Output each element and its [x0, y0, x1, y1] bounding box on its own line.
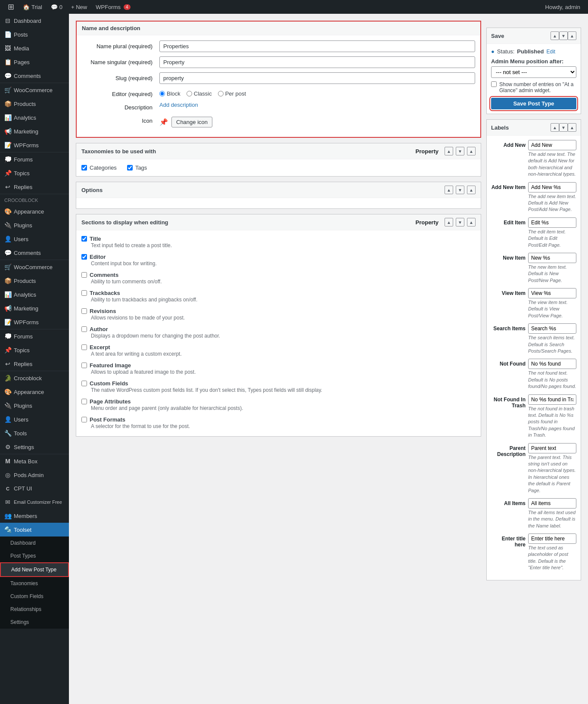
tags-checkbox-label[interactable]: Tags — [127, 164, 147, 171]
section-title-label[interactable]: Title — [81, 236, 476, 242]
wp-logo[interactable]: ⊞ — [3, 0, 19, 14]
label-input-enter-title[interactable] — [528, 533, 576, 544]
save-down-btn[interactable]: ▼ — [559, 31, 568, 40]
sidebar-item-appearance[interactable]: 🎨 Appearance — [0, 205, 69, 218]
sidebar-item-members[interactable]: 👥 Members — [0, 509, 69, 523]
sidebar-item-pods[interactable]: ◎ Pods Admin — [0, 468, 69, 482]
sidebar-item-replies[interactable]: ↩ Replies — [0, 180, 69, 194]
editor-block-option[interactable]: Block — [159, 90, 180, 97]
sidebar-item-settings2[interactable]: Settings — [0, 616, 69, 629]
section-revisions-label[interactable]: Revisions — [81, 308, 476, 314]
editor-perpost-radio[interactable] — [218, 91, 224, 96]
save-up-btn[interactable]: ▲ — [551, 31, 559, 40]
section-author-checkbox[interactable] — [81, 326, 87, 332]
save-collapse-btn[interactable]: ▲ — [568, 31, 576, 40]
change-icon-button[interactable]: Change icon — [171, 117, 212, 127]
section-post-formats-label[interactable]: Post Formats — [81, 416, 476, 423]
sections-collapse-btn[interactable]: ▲ — [467, 218, 476, 226]
status-edit-link[interactable]: Edit — [546, 49, 555, 55]
site-name-bar[interactable]: 🏠 Trial — [19, 0, 47, 14]
sidebar-item-comments[interactable]: 💬 Comments — [0, 69, 69, 83]
sidebar-item-relationships[interactable]: Relationships — [0, 603, 69, 616]
tags-checkbox[interactable] — [127, 165, 133, 171]
sidebar-item-topics2[interactable]: 📌 Topics — [0, 343, 69, 357]
name-plural-input[interactable] — [159, 40, 475, 52]
label-input-search-items[interactable] — [528, 323, 576, 334]
sidebar-item-forums2[interactable]: 💭 Forums — [0, 329, 69, 343]
section-custom-fields-checkbox[interactable] — [81, 381, 87, 386]
labels-up-btn[interactable]: ▲ — [551, 123, 559, 132]
sidebar-item-products2[interactable]: 📦 Products — [0, 274, 69, 288]
sidebar-item-replies2[interactable]: ↩ Replies — [0, 357, 69, 371]
sidebar-item-dashboard[interactable]: ⊟ Dashboard — [0, 14, 69, 28]
label-input-not-found-trash[interactable] — [528, 394, 576, 405]
section-post-formats-checkbox[interactable] — [81, 417, 87, 422]
labels-down-btn[interactable]: ▼ — [559, 123, 568, 132]
sidebar-item-plugins[interactable]: 🔌 Plugins — [0, 218, 69, 232]
sidebar-item-toolset-dashboard[interactable]: Dashboard — [0, 537, 69, 549]
add-description-link[interactable]: Add description — [159, 99, 198, 110]
taxonomies-collapse-btn[interactable]: ▲ — [467, 147, 476, 155]
section-excerpt-checkbox[interactable] — [81, 344, 87, 350]
sidebar-item-wpforms[interactable]: 📝 WPForms — [0, 138, 69, 152]
section-title-checkbox[interactable] — [81, 236, 87, 242]
sidebar-item-marketing2[interactable]: 📢 Marketing — [0, 301, 69, 315]
section-author-label[interactable]: Author — [81, 326, 476, 332]
sidebar-item-custom-fields[interactable]: Custom Fields — [0, 590, 69, 603]
sidebar-item-tools[interactable]: 🔧 Tools — [0, 426, 69, 440]
sidebar-item-comments2[interactable]: 💬 Comments — [0, 246, 69, 260]
sidebar-item-post-types[interactable]: Post Types — [0, 549, 69, 562]
sidebar-item-plugins2[interactable]: 🔌 Plugins — [0, 399, 69, 412]
sidebar-item-crocoblock2[interactable]: 🐊 Crocoblock — [0, 371, 69, 385]
labels-collapse-btn[interactable]: ▲ — [568, 123, 576, 132]
taxonomies-up-btn[interactable]: ▲ — [445, 147, 453, 155]
editor-classic-option[interactable]: Classic — [187, 90, 212, 97]
sidebar-item-add-new-post-type[interactable]: Add New Post Type — [0, 562, 69, 577]
section-excerpt-label[interactable]: Excerpt — [81, 344, 476, 350]
editor-classic-radio[interactable] — [187, 91, 192, 96]
save-post-type-button[interactable]: Save Post Type — [491, 98, 576, 109]
section-page-attributes-checkbox[interactable] — [81, 399, 87, 404]
name-singular-input[interactable] — [159, 56, 475, 68]
label-input-add-new[interactable] — [528, 140, 576, 150]
sidebar-item-taxonomies[interactable]: Taxonomies — [0, 577, 69, 590]
label-input-edit-item[interactable] — [528, 217, 576, 228]
section-comments-label[interactable]: Comments — [81, 272, 476, 278]
sidebar-item-analytics[interactable]: 📊 Analytics — [0, 111, 69, 124]
options-up-btn[interactable]: ▲ — [445, 186, 453, 194]
sidebar-item-products[interactable]: 📦 Products — [0, 97, 69, 111]
sidebar-item-posts[interactable]: 📄 Posts — [0, 28, 69, 41]
sidebar-item-woocommerce[interactable]: 🛒 WooCommerce — [0, 83, 69, 97]
section-featured-image-label[interactable]: Featured Image — [81, 362, 476, 369]
sidebar-item-toolset[interactable]: 🔩 Toolset — [0, 523, 69, 537]
section-editor-label[interactable]: Editor — [81, 254, 476, 260]
sidebar-item-analytics2[interactable]: 📊 Analytics — [0, 288, 69, 301]
editor-block-radio[interactable] — [159, 91, 165, 96]
options-collapse-btn[interactable]: ▲ — [467, 186, 476, 194]
label-input-add-new-item[interactable] — [528, 182, 576, 192]
sidebar-item-users2[interactable]: 👤 Users — [0, 412, 69, 426]
label-input-all-items[interactable] — [528, 498, 576, 509]
sidebar-item-metabox[interactable]: M Meta Box — [0, 454, 69, 468]
sidebar-item-topics[interactable]: 📌 Topics — [0, 166, 69, 180]
sidebar-item-marketing[interactable]: 📢 Marketing — [0, 124, 69, 138]
section-revisions-checkbox[interactable] — [81, 308, 87, 314]
label-input-view-item[interactable] — [528, 288, 576, 298]
sidebar-item-appearance2[interactable]: 🎨 Appearance — [0, 385, 69, 399]
sections-up-btn[interactable]: ▲ — [445, 218, 453, 226]
sidebar-item-wpforms2[interactable]: 📝 WPForms — [0, 315, 69, 329]
admin-menu-select[interactable]: --- not set --- — [491, 66, 576, 78]
taxonomies-down-btn[interactable]: ▼ — [456, 147, 464, 155]
label-input-new-item[interactable] — [528, 253, 576, 263]
sidebar-item-forums[interactable]: 💭 Forums — [0, 152, 69, 166]
section-editor-checkbox[interactable] — [81, 254, 87, 260]
new-bar-item[interactable]: + New — [67, 0, 91, 14]
section-trackbacks-label[interactable]: Trackbacks — [81, 290, 476, 296]
section-custom-fields-label[interactable]: Custom Fields — [81, 380, 476, 387]
sidebar-item-pages[interactable]: 📋 Pages — [0, 55, 69, 69]
sidebar-item-woo2[interactable]: 🛒 WooCommerce — [0, 260, 69, 274]
categories-checkbox-label[interactable]: Categories — [81, 164, 117, 171]
sidebar-item-users[interactable]: 👤 Users — [0, 232, 69, 246]
slug-input[interactable] — [159, 72, 475, 84]
editor-perpost-option[interactable]: Per post — [218, 90, 246, 97]
